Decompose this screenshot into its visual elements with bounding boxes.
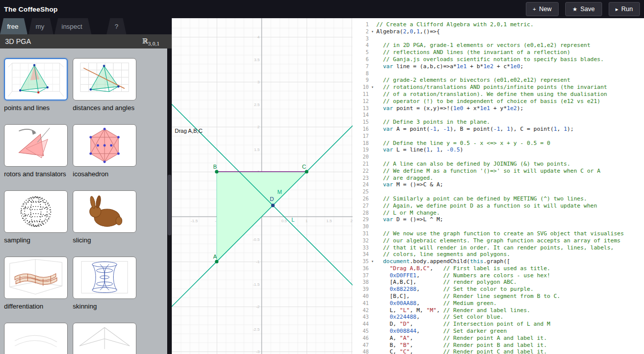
code-line[interactable]: 3 bbox=[353, 35, 644, 42]
code-line[interactable]: 40 [B,C], // Render line segment from B … bbox=[353, 293, 644, 300]
code-text bbox=[376, 154, 644, 161]
slicing-thumb-icon bbox=[73, 191, 136, 232]
graph-point-C[interactable] bbox=[305, 170, 309, 174]
code-text: // that it will render in order. It can … bbox=[376, 244, 644, 251]
code-line[interactable]: 7 var line = (a,b,c)=>a*1e1 + b*1e2 + c*… bbox=[353, 63, 644, 70]
code-line[interactable]: 31 // We now use the graph function to c… bbox=[353, 230, 644, 237]
line-number: 43 bbox=[353, 314, 369, 321]
example-sampling[interactable]: sampling bbox=[4, 190, 68, 244]
code-editor[interactable]: 1// Create a Clifford Algebra with 2,0,1… bbox=[353, 18, 644, 354]
code-line[interactable]: 10▾ // rotations/translations AND points… bbox=[353, 84, 644, 91]
tab-my[interactable]: my bbox=[28, 18, 53, 34]
code-line[interactable]: 45 0x008844, // Set darker green bbox=[353, 328, 644, 335]
code-line[interactable]: 25 bbox=[353, 188, 644, 195]
line-number: 4 bbox=[353, 42, 369, 49]
code-line[interactable]: 47 B, "B", // Render point B and label i… bbox=[353, 342, 644, 349]
code-line[interactable]: 32 // our algebraic elements. The graph … bbox=[353, 237, 644, 244]
code-line[interactable]: 1// Create a Clifford Algebra with 2,0,1… bbox=[353, 21, 644, 28]
code-line[interactable]: 27 // Again, we define point D as a func… bbox=[353, 203, 644, 210]
code-line[interactable]: 43 0x224488, // Set color blue. bbox=[353, 314, 644, 321]
example-label: sampling bbox=[4, 236, 68, 244]
code-line[interactable]: 29 var D = ()=>L ^ M; bbox=[353, 216, 644, 223]
example-icosahedron[interactable]: icosahedron bbox=[73, 124, 136, 178]
line-number: 44 bbox=[353, 321, 369, 328]
code-line[interactable]: 41 0x00AA88, // Medium green. bbox=[353, 300, 644, 307]
code-line[interactable]: 11 // of a rotation/translation). We def… bbox=[353, 91, 644, 98]
fold-arrow-icon[interactable]: ▾ bbox=[369, 84, 376, 91]
code-line[interactable]: 28 // L or M change. bbox=[353, 210, 644, 217]
run-button[interactable]: ▸ Run bbox=[609, 2, 640, 16]
code-line[interactable]: 34 // colors, line segments and polygons… bbox=[353, 251, 644, 258]
example-skinning[interactable]: skinning bbox=[73, 257, 136, 310]
skinning-thumb-icon bbox=[73, 257, 136, 298]
code-line[interactable]: 21 // A line can also be defined by JOIN… bbox=[353, 161, 644, 168]
code-line[interactable]: 38 [A,B,C], // render polygon ABC. bbox=[353, 279, 644, 286]
fold-gutter bbox=[369, 140, 376, 147]
fold-arrow-icon[interactable]: ▾ bbox=[369, 258, 376, 265]
code-line[interactable]: 16 var A = point(-1, -1), B = point(-1, … bbox=[353, 126, 644, 133]
example-distances-and-angles[interactable]: distances and angles bbox=[73, 58, 136, 112]
run-button-label: Run bbox=[621, 6, 633, 13]
graph-point-A[interactable] bbox=[215, 260, 219, 264]
code-text bbox=[376, 188, 644, 195]
fold-gutter bbox=[369, 21, 376, 28]
example-points-and-lines[interactable]: points and lines bbox=[4, 58, 68, 112]
code-text: 0xD0FFE1, // Numbers are colors - use he… bbox=[376, 272, 644, 279]
tab-inspect[interactable]: inspect bbox=[55, 18, 91, 34]
example-partial-left[interactable] bbox=[4, 323, 68, 354]
code-line[interactable]: 30 bbox=[353, 223, 644, 230]
code-line[interactable]: 35▾ document.body.appendChild(this.graph… bbox=[353, 258, 644, 265]
example-slicing[interactable]: slicing bbox=[73, 190, 136, 244]
code-line[interactable]: 42 L, "L", M, "M", // Render and label l… bbox=[353, 307, 644, 314]
code-line[interactable]: 39 0x882288, // Set the color to purple. bbox=[353, 286, 644, 293]
save-button[interactable]: ★ Save bbox=[565, 2, 602, 16]
fold-gutter bbox=[369, 133, 376, 140]
code-line[interactable]: 36 "Drag A,B,C", // First label is used … bbox=[353, 265, 644, 272]
code-line[interactable]: 8 bbox=[353, 70, 644, 77]
line-number: 29 bbox=[353, 216, 369, 223]
scrollbar-thumb[interactable] bbox=[168, 175, 171, 235]
code-line[interactable]: 23 // are dragged. bbox=[353, 175, 644, 182]
graph-label-A: A bbox=[213, 254, 217, 260]
fold-gutter bbox=[369, 126, 376, 133]
code-line[interactable]: 20 bbox=[353, 154, 644, 161]
graph-point-D[interactable] bbox=[271, 204, 275, 207]
code-line[interactable]: 46 A, "A", // Render point A and label i… bbox=[353, 335, 644, 342]
code-line[interactable]: 26 // Similarly a point can be defined b… bbox=[353, 195, 644, 203]
line-number: 25 bbox=[353, 188, 369, 195]
code-line[interactable]: 12 // operator (!) to be independent of … bbox=[353, 98, 644, 105]
code-text: // A line can also be defined by JOINING… bbox=[376, 161, 644, 168]
tab-free[interactable]: free bbox=[0, 18, 27, 34]
code-line[interactable]: 5 // reflections AND lines (the invarian… bbox=[353, 49, 644, 56]
code-line[interactable]: 14 bbox=[353, 112, 644, 119]
graph-point-B[interactable] bbox=[215, 170, 219, 174]
code-line[interactable]: 37 0xD0FFE1, // Numbers are colors - use… bbox=[353, 272, 644, 279]
code-line[interactable]: 24 var M = ()=>C & A; bbox=[353, 181, 644, 188]
code-line[interactable]: 13 var point = (x,y)=>!(1e0 + x*1e1 + y*… bbox=[353, 105, 644, 112]
code-line[interactable]: 9 // grade-2 elements or bivectors (e01,… bbox=[353, 77, 644, 84]
example-differentiation[interactable]: differentiation bbox=[4, 257, 68, 310]
code-line[interactable]: 33 // that it will render in order. It c… bbox=[353, 244, 644, 251]
tab-help[interactable]: ? bbox=[107, 18, 126, 34]
code-line[interactable]: 44 D, "D", // Intersection point of L an… bbox=[353, 321, 644, 328]
fold-arrow-icon[interactable]: ▾ bbox=[369, 28, 376, 35]
code-line[interactable]: 18 // Define the line y = 0.5 - x <=> x … bbox=[353, 140, 644, 147]
line-number: 8 bbox=[353, 70, 369, 77]
code-line[interactable]: 4 // in 2D PGA, grade-1 elements or vect… bbox=[353, 42, 644, 49]
code-line[interactable]: 17 bbox=[353, 133, 644, 140]
example-rotors-and-translators[interactable]: rotors and translators bbox=[4, 124, 68, 178]
sidebar-scrollbar[interactable] bbox=[167, 48, 172, 354]
code-line[interactable]: 2▾Algebra(2,0,1,()=>{ bbox=[353, 28, 644, 35]
code-line[interactable]: 22 // We define M as a function '()=>' s… bbox=[353, 168, 644, 175]
fold-gutter bbox=[369, 175, 376, 182]
code-line[interactable]: 48 C, "C", // Render point C and label i… bbox=[353, 348, 644, 354]
code-line[interactable]: 15 // Define 3 points in the plane. bbox=[353, 119, 644, 126]
code-text: Algebra(2,0,1,()=>{ bbox=[376, 28, 644, 35]
new-button[interactable]: + New bbox=[526, 2, 559, 16]
graph-canvas[interactable]: -1.5-1-0.50.511.5243.532.521.510.5-0.5-1… bbox=[172, 18, 353, 354]
example-label: differentiation bbox=[4, 302, 68, 310]
example-partial-right[interactable] bbox=[73, 323, 136, 354]
graph-svg[interactable]: -1.5-1-0.50.511.5243.532.521.510.5-0.5-1… bbox=[172, 18, 353, 354]
code-line[interactable]: 6 // Ganja.js overloads scientific notat… bbox=[353, 56, 644, 63]
code-line[interactable]: 19 var L = line(1, 1, -0.5) bbox=[353, 146, 644, 154]
